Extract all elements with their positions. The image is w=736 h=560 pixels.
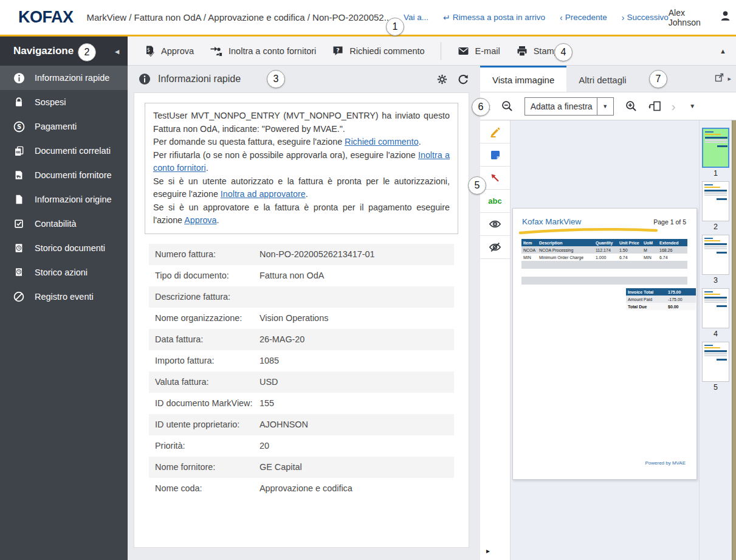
email-icon: [457, 45, 470, 57]
kofax-logo: KOFAX: [18, 8, 74, 27]
sidebar-title: Navigazione: [13, 45, 74, 57]
printer-icon: [516, 45, 528, 57]
sidebar-collapse-button[interactable]: ◂: [115, 47, 119, 56]
image-viewer-panel: Vista immagine Altri dettagli ▸ ‹ Adatta…: [480, 66, 736, 560]
return-to-inbox-link[interactable]: ↵Rimessa a posta in arrivo: [443, 13, 545, 22]
red-arrow-icon: [489, 172, 501, 184]
thumbnail-page-2[interactable]: 2: [701, 181, 730, 231]
viewer-tabs: Vista immagine Altri dettagli ▸: [480, 66, 736, 92]
goto-link[interactable]: Vai a...: [404, 13, 428, 22]
sidebar-item-contabilita[interactable]: Contabilità: [0, 212, 128, 236]
sidebar-item-registro-eventi[interactable]: Registro eventi: [0, 285, 128, 309]
highlighter-tool[interactable]: [480, 120, 510, 143]
callout-6: 6: [472, 98, 490, 116]
approve-button[interactable]: $ Approva: [143, 45, 194, 57]
sidebar-item-informazioni-rapide[interactable]: Informazioni rapide: [0, 66, 128, 90]
callout-7: 7: [649, 70, 667, 88]
request-comment-button[interactable]: ? Richiedi commento: [332, 45, 424, 57]
invoice-totals: Invoice Total175.00 Amount Paid-175.00 T…: [626, 288, 696, 310]
tab-altri-dettagli[interactable]: Altri dettagli: [566, 66, 638, 92]
thumbnail-preview: [702, 288, 729, 328]
document-history-icon: [12, 241, 26, 255]
invoice-title: Kofax MarkView: [522, 217, 581, 226]
sidebar-item-informazioni-origine[interactable]: Informazioni origine: [0, 187, 128, 212]
panel-title: Informazioni rapide: [158, 74, 241, 85]
approve-icon: $: [143, 45, 156, 57]
thumbnail-page-4[interactable]: 4: [701, 288, 730, 338]
quick-info-card: TestUser MVT_NONPO_ENTRY (MVT_NONPO_ENTR…: [134, 92, 469, 548]
zoom-in-button[interactable]: [625, 100, 638, 112]
highlighter-icon: [489, 126, 501, 138]
forward-to-supplier-button[interactable]: Inoltra a conto fornitori: [210, 45, 316, 57]
field-row: Nome fornitore:GE Capital: [149, 457, 454, 478]
approve-link[interactable]: Approva: [184, 215, 216, 225]
sidebar-item-pagamenti[interactable]: S Pagamenti: [0, 114, 128, 139]
toolbar-collapse-button[interactable]: ▲: [720, 47, 726, 55]
document-canvas[interactable]: Kofax MarkView Page 1 of 5 ItemDescripti…: [511, 120, 699, 560]
forward-to-approver-link[interactable]: Inoltra ad approvatore: [221, 189, 306, 199]
return-arrow-icon: ↵: [443, 13, 450, 22]
invoice-table-empty-row: [521, 261, 687, 269]
open-in-window-button[interactable]: [714, 72, 724, 85]
zoom-out-button[interactable]: [501, 100, 514, 112]
top-bar: KOFAX MarkView / Fattura non OdA / Appro…: [0, 0, 736, 35]
field-row: Valuta fattura:USD: [149, 372, 454, 393]
action-history-icon: [12, 266, 26, 279]
field-row: Descrizione fattura:: [149, 286, 454, 308]
callout-4: 4: [554, 43, 573, 61]
hide-annotations-tool[interactable]: [480, 236, 510, 259]
chevron-left-icon: ‹: [560, 13, 563, 22]
thumbnail-page-5[interactable]: 5: [701, 342, 730, 392]
show-annotations-tool[interactable]: [480, 213, 510, 236]
thumbnail-page-3[interactable]: 3: [701, 235, 730, 285]
accent-divider: [0, 35, 736, 36]
field-row: Importo fattura:1085: [149, 350, 454, 372]
settings-button[interactable]: [436, 74, 448, 85]
annotation-expand-button[interactable]: ▸: [486, 547, 490, 555]
tab-vista-immagine[interactable]: Vista immagine: [480, 66, 566, 92]
navigation-sidebar: Navigazione ◂ Informazioni rapide Sospes…: [0, 36, 128, 560]
user-menu-button[interactable]: [719, 10, 732, 25]
field-row: Numero fattura:Non-PO-20200526213417-01: [149, 244, 454, 265]
event-log-icon: [12, 290, 26, 303]
fit-page-button[interactable]: [648, 100, 662, 112]
external-link-icon: [714, 72, 724, 83]
svg-text:?: ?: [337, 46, 340, 53]
sidebar-item-storico-azioni[interactable]: Storico azioni: [0, 260, 128, 285]
callout-3: 3: [267, 70, 285, 88]
text-annotation-tool[interactable]: abc: [480, 190, 510, 213]
thumbnail-preview: [702, 342, 729, 382]
callout-2: 2: [78, 43, 96, 61]
viewer-toolbar-more-button[interactable]: ▼: [689, 103, 695, 109]
linked-documents-icon: [12, 144, 26, 157]
field-row: Nome organizzazione:Vision Operations: [149, 308, 454, 329]
tabs-more-button[interactable]: ▸: [727, 75, 731, 83]
thumbnail-preview: [702, 181, 729, 221]
refresh-icon: [457, 73, 469, 85]
email-button[interactable]: E-mail: [457, 45, 500, 57]
gear-icon: [436, 74, 448, 85]
invoice-table-header: ItemDescriptionQuantityUnit PriceUoMExte…: [521, 239, 687, 246]
sidebar-item-sospesi[interactable]: Sospesi: [0, 90, 128, 114]
page-next-button[interactable]: ›: [672, 100, 676, 112]
fit-page-icon: [648, 100, 662, 112]
previous-link[interactable]: ‹Precedente: [560, 13, 607, 22]
zoom-mode-select[interactable]: Adatta a finestra ▼: [524, 97, 614, 116]
sidebar-header: Navigazione ◂: [0, 36, 128, 66]
request-comment-link[interactable]: Richiedi commento: [345, 137, 419, 147]
field-row: Priorità:20: [149, 435, 454, 457]
field-row: Nome coda:Approvazione e codifica: [149, 478, 454, 499]
quick-info-header: Informazioni rapide: [128, 66, 480, 92]
zoom-in-icon: [625, 100, 638, 112]
thumbnail-page-1[interactable]: 1: [701, 128, 730, 178]
next-link[interactable]: ›Successivo: [622, 13, 669, 22]
sidebar-item-documenti-fornitore[interactable]: Documenti fornitore: [0, 163, 128, 187]
sidebar-item-documenti-correlati[interactable]: Documenti correlati: [0, 139, 128, 163]
invoice-table-row: NCOANCOA Processing112.1741.50M168.26: [521, 246, 687, 254]
sidebar-item-storico-documenti[interactable]: Storico documenti: [0, 236, 128, 260]
thumbnail-scrollbar[interactable]: [732, 120, 736, 560]
refresh-button[interactable]: [457, 73, 469, 85]
chevron-right-icon: ›: [622, 13, 625, 22]
zoom-out-icon: [501, 100, 514, 112]
sticky-note-tool[interactable]: [480, 143, 510, 167]
